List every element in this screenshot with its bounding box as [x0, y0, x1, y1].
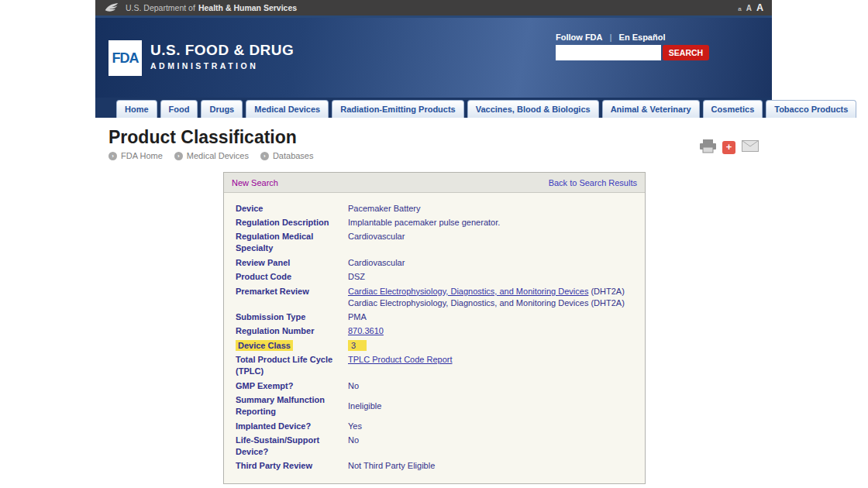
follow-separator: |	[610, 33, 612, 42]
table-row: Review PanelCardiovascular	[224, 256, 645, 270]
fda-wordmark: U.S. FOOD & DRUG ADMINISTRATION	[150, 42, 294, 70]
font-size-small-button[interactable]: a	[738, 5, 741, 12]
fda-logo-text: FDA	[112, 50, 139, 67]
row-label: Regulation Number	[236, 326, 314, 335]
row-value: 3	[348, 340, 367, 351]
breadcrumb-link-databases[interactable]: ›Databases	[260, 151, 314, 160]
row-value: Not Third Party Eligible	[348, 461, 435, 470]
row-value: No	[348, 381, 359, 390]
banner-utility: Follow FDA | En Español SEARCH	[556, 33, 709, 60]
back-to-search-results-link[interactable]: Back to Search Results	[549, 178, 637, 187]
row-label: Life-Sustain/Support Device?	[236, 435, 319, 456]
table-row: Regulation Number870.3610	[224, 325, 645, 339]
row-value: PMA	[348, 312, 367, 321]
row-label: Total Product Life Cycle (TPLC)	[236, 355, 332, 376]
row-value: Pacemaker Battery	[348, 204, 421, 213]
table-row: Premarket ReviewCardiac Electrophysiolog…	[224, 284, 645, 311]
row-label: Premarket Review	[236, 287, 309, 296]
site-search-input[interactable]	[556, 45, 661, 60]
main-nav: HomeFoodDrugsMedical DevicesRadiation-Em…	[95, 98, 772, 118]
hhs-eagle-icon	[104, 2, 119, 14]
classification-table: DevicePacemaker BatteryRegulation Descri…	[224, 201, 645, 473]
nav-tab-vaccines-blood-biologics[interactable]: Vaccines, Blood & Biologics	[467, 100, 599, 118]
table-row: DevicePacemaker Battery	[224, 201, 645, 215]
row-value: DSZ	[348, 272, 365, 281]
table-row: Submission TypePMA	[224, 311, 645, 325]
classification-panel: New Search Back to Search Results Device…	[223, 172, 646, 484]
row-value-link[interactable]: TPLC Product Code Report	[348, 355, 453, 364]
fda-wordmark-line1: U.S. FOOD & DRUG	[150, 42, 294, 59]
breadcrumb-arrow-icon: ›	[260, 152, 269, 160]
hhs-title: U.S. Department ofHealth & Human Service…	[126, 3, 297, 12]
en-espanol-link[interactable]: En Español	[619, 33, 666, 42]
nav-tab-cosmetics[interactable]: Cosmetics	[703, 100, 763, 118]
fda-logo[interactable]: FDA	[108, 40, 142, 76]
table-row: Regulation DescriptionImplantable pacema…	[224, 215, 645, 229]
row-value-link[interactable]: 870.3610	[348, 326, 384, 335]
table-row: Summary Malfunction ReportingIneligible	[224, 393, 645, 419]
page-content: Product Classification ›FDA Home›Medical…	[95, 118, 772, 488]
row-label: Implanted Device?	[236, 421, 311, 431]
breadcrumb: ›FDA Home›Medical Devices›Databases	[108, 151, 313, 160]
nav-tab-animal-veterinary[interactable]: Animal & Veterinary	[602, 100, 700, 118]
table-row: Life-Sustain/Support Device?No	[224, 433, 645, 459]
page-action-icons: +	[700, 135, 759, 160]
font-size-controls: a A A	[738, 2, 763, 13]
row-value: No	[348, 435, 359, 445]
nav-tab-medical-devices[interactable]: Medical Devices	[246, 100, 329, 118]
page-title: Product Classification	[108, 127, 313, 148]
row-value: Cardiovascular	[348, 232, 405, 241]
nav-tab-tobacco-products[interactable]: Tobacco Products	[766, 100, 856, 118]
breadcrumb-label: FDA Home	[121, 151, 163, 160]
row-label: GMP Exempt?	[236, 381, 293, 390]
row-value: Ineligible	[348, 401, 381, 411]
breadcrumb-label: Databases	[273, 151, 314, 160]
row-label: Regulation Medical Specialty	[236, 232, 313, 253]
breadcrumb-arrow-icon: ›	[108, 152, 117, 160]
row-label: Summary Malfunction Reporting	[236, 395, 325, 416]
row-label: Third Party Review	[236, 461, 312, 470]
row-label: Device	[236, 204, 263, 213]
breadcrumb-label: Medical Devices	[187, 151, 249, 160]
table-row: GMP Exempt?No	[224, 379, 645, 393]
new-search-link[interactable]: New Search	[232, 178, 278, 187]
table-row: Product CodeDSZ	[224, 270, 645, 284]
row-value: Cardiac Electrophysiology, Diagnostics, …	[348, 298, 625, 308]
breadcrumb-link-fda-home[interactable]: ›FDA Home	[108, 151, 163, 160]
row-value-link[interactable]: Cardiac Electrophysiology, Diagnostics, …	[348, 287, 588, 296]
nav-tab-home[interactable]: Home	[116, 100, 157, 118]
table-row: Regulation Medical SpecialtyCardiovascul…	[224, 230, 645, 256]
email-icon[interactable]	[742, 140, 759, 155]
table-row: Total Product Life Cycle (TPLC)TPLC Prod…	[224, 353, 645, 380]
row-label: Regulation Description	[236, 218, 329, 227]
table-row: Device Class3	[224, 339, 645, 352]
row-label: Product Code	[236, 272, 291, 281]
nav-tab-drugs[interactable]: Drugs	[201, 100, 243, 118]
row-label: Review Panel	[236, 258, 290, 267]
breadcrumb-arrow-icon: ›	[174, 152, 183, 160]
follow-fda-link[interactable]: Follow FDA	[556, 33, 603, 42]
font-size-large-button[interactable]: A	[756, 2, 763, 13]
printer-icon[interactable]	[700, 139, 716, 156]
breadcrumb-link-medical-devices[interactable]: ›Medical Devices	[174, 151, 249, 160]
hhs-top-bar: U.S. Department ofHealth & Human Service…	[95, 0, 772, 18]
row-value: Implantable pacemaker pulse generator.	[348, 218, 500, 227]
fda-page: U.S. Department ofHealth & Human Service…	[95, 0, 772, 488]
fda-wordmark-line2: ADMINISTRATION	[150, 61, 294, 70]
row-value: Yes	[348, 421, 362, 431]
share-plus-icon[interactable]: +	[722, 141, 735, 154]
row-label: Submission Type	[236, 312, 305, 321]
nav-tab-radiation-emitting-products[interactable]: Radiation-Emitting Products	[332, 100, 464, 118]
row-label: Device Class	[236, 340, 293, 351]
fda-banner: FDA U.S. FOOD & DRUG ADMINISTRATION Foll…	[95, 18, 772, 98]
font-size-medium-button[interactable]: A	[746, 4, 752, 12]
row-value: Cardiovascular	[348, 258, 405, 267]
row-value: (DHT2A)	[588, 287, 624, 296]
table-row: Implanted Device?Yes	[224, 419, 645, 433]
site-search-button[interactable]: SEARCH	[663, 45, 709, 60]
nav-tab-food[interactable]: Food	[160, 100, 198, 118]
table-row: Third Party ReviewNot Third Party Eligib…	[224, 459, 645, 473]
